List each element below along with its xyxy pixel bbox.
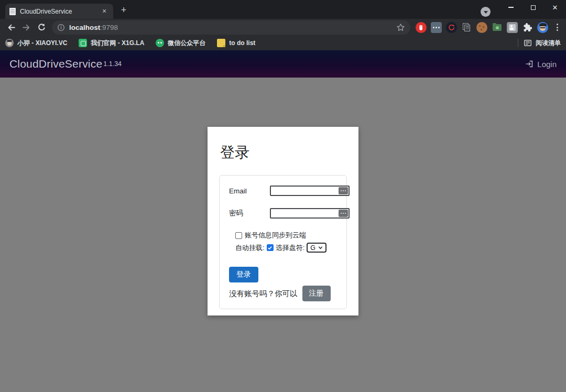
automount-checkbox[interactable] <box>267 244 274 251</box>
back-icon <box>7 23 16 32</box>
tab-favicon-icon <box>9 8 16 15</box>
register-button[interactable]: 注册 <box>302 286 331 301</box>
sync-to-cloud-checkbox[interactable] <box>235 232 242 239</box>
login-card: 登录 Email 密码 <box>208 127 358 315</box>
avatar-glasses-icon <box>540 27 545 28</box>
reading-list-button[interactable]: 阅读清单 <box>524 39 561 48</box>
drive-letter-select[interactable]: G <box>307 243 326 253</box>
email-field[interactable] <box>270 186 350 196</box>
address-bar[interactable]: localhost:9798 <box>52 20 410 35</box>
header-login-label: Login <box>537 60 557 69</box>
password-field[interactable] <box>270 208 350 219</box>
dots-extension-icon[interactable] <box>431 22 442 33</box>
password-manager-icon[interactable] <box>339 210 348 217</box>
automount-label: 自动挂载: <box>235 243 265 253</box>
password-manager-icon[interactable] <box>339 187 348 194</box>
brand-title: CloudDriveService <box>9 58 102 70</box>
bookmarks-bar: 小羿 - XIAOYI.VC 我们官网 - X1G.LA 微信公众平台 to d… <box>0 36 566 50</box>
cookie-extension-icon[interactable] <box>476 22 487 33</box>
profile-avatar[interactable] <box>537 22 548 33</box>
check-icon <box>267 245 273 251</box>
extensions-row <box>413 21 562 33</box>
adguard-extension-icon[interactable] <box>416 22 427 33</box>
puzzle-icon <box>523 23 532 32</box>
wechat-favicon <box>156 39 164 47</box>
forward-button[interactable] <box>19 20 33 34</box>
login-icon <box>525 60 534 68</box>
browser-window: CloudDriveService × + ✕ localhost:9798 <box>0 0 566 392</box>
bookmark-label: 我们官网 - X1G.LA <box>91 39 144 48</box>
reload-icon <box>37 23 46 32</box>
folder-extension-icon[interactable] <box>492 22 503 33</box>
kebab-icon <box>557 24 558 25</box>
site-header: CloudDriveService 1.1.34 Login <box>0 50 566 78</box>
new-tab-button[interactable]: + <box>116 3 131 18</box>
reading-list-icon <box>524 39 532 47</box>
maximize-icon <box>531 5 536 10</box>
email-label: Email <box>229 187 270 195</box>
login-button[interactable]: 登录 <box>229 267 258 282</box>
divider <box>518 39 518 47</box>
close-icon: ✕ <box>552 4 558 11</box>
bookmark-label: to do list <box>229 39 255 47</box>
back-button[interactable] <box>4 20 18 34</box>
hand-icon <box>418 24 424 31</box>
chevron-down-icon <box>318 245 323 250</box>
dark-mode-extension-icon[interactable] <box>446 22 457 33</box>
drive-letter-value: G <box>310 244 315 252</box>
site-favicon <box>79 39 87 47</box>
bookmark-item[interactable]: 我们官网 - X1G.LA <box>79 39 144 48</box>
pages-extension-icon[interactable] <box>461 22 472 33</box>
login-form: Email 密码 账号信息同步到云端 <box>219 175 347 309</box>
page-body: 登录 Email 密码 <box>0 78 566 392</box>
avatar-hair-icon <box>539 23 547 26</box>
bookmark-item[interactable]: 微信公众平台 <box>156 39 205 48</box>
login-card-title: 登录 <box>220 143 347 162</box>
chevron-down-icon <box>484 11 488 14</box>
folder-badge-icon <box>496 26 499 29</box>
avatar-face-icon <box>540 26 546 31</box>
avatar-favicon <box>5 39 14 47</box>
drive-letter-label: 选择盘符: <box>276 243 305 253</box>
register-prompt: 没有账号吗？你可以 <box>229 289 298 299</box>
window-maximize-button[interactable] <box>522 0 544 15</box>
cookie-dots-icon <box>479 25 481 27</box>
photo-icon <box>509 24 516 31</box>
browser-toolbar: localhost:9798 <box>0 19 566 36</box>
browser-menu-button[interactable] <box>552 21 562 33</box>
brand-version: 1.1.34 <box>103 60 122 68</box>
browser-tab[interactable]: CloudDriveService × <box>5 4 113 19</box>
bookmark-label: 微信公众平台 <box>168 39 205 48</box>
note-favicon <box>217 39 225 47</box>
window-minimize-button[interactable] <box>500 0 522 15</box>
bookmark-item[interactable]: to do list <box>217 39 255 47</box>
tab-search-button[interactable] <box>481 7 491 17</box>
extensions-puzzle-button[interactable] <box>522 22 533 33</box>
sync-to-cloud-label: 账号信息同步到云端 <box>245 231 306 240</box>
tab-close-icon[interactable]: × <box>100 7 109 16</box>
bookmark-item[interactable]: 小羿 - XIAOYI.VC <box>5 39 67 48</box>
window-close-button[interactable]: ✕ <box>544 0 566 15</box>
tab-title: CloudDriveService <box>20 8 100 15</box>
page-front-icon <box>464 25 470 31</box>
password-label: 密码 <box>229 209 270 218</box>
reload-button[interactable] <box>35 20 48 34</box>
bookmark-label: 小羿 - XIAOYI.VC <box>17 39 67 48</box>
comet-icon <box>448 24 455 31</box>
bookmark-star-icon[interactable] <box>396 23 405 32</box>
forward-icon <box>22 23 31 32</box>
url-port: :9798 <box>100 24 118 31</box>
reading-list-label: 阅读清单 <box>536 39 561 48</box>
ellipsis-icon <box>433 27 440 28</box>
minimize-icon <box>508 7 514 8</box>
header-login-link[interactable]: Login <box>525 60 557 69</box>
image-extension-icon[interactable] <box>507 22 518 33</box>
info-icon[interactable] <box>57 24 65 31</box>
url-host: localhost <box>69 24 100 31</box>
tab-strip: CloudDriveService × + ✕ <box>0 0 566 19</box>
